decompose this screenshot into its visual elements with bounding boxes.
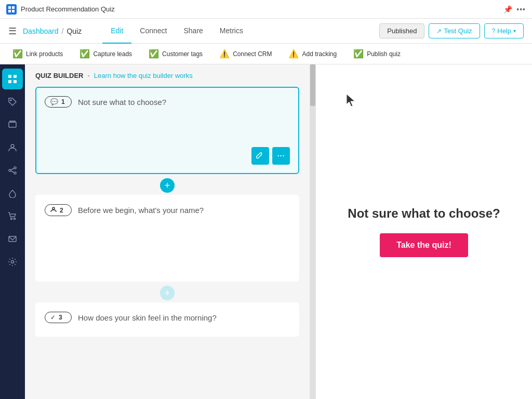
sidebar-item-drop[interactable] (2, 183, 23, 204)
status-customer-tags[interactable]: ✅ Customer tags (149, 49, 203, 59)
nav-tabs: Edit Connect Share Metrics (102, 19, 251, 44)
nav-actions: Published ↗ Test Quiz ? Help ▾ (379, 23, 524, 38)
sidebar-item-mail[interactable] (2, 229, 23, 249)
breadcrumb-quiz: Quiz (66, 27, 82, 35)
sidebar-item-grid[interactable] (2, 69, 23, 89)
breadcrumb-dashboard[interactable]: Dashboard (23, 27, 59, 35)
add-question-button-1[interactable]: + (160, 178, 175, 193)
published-button[interactable]: Published (379, 23, 424, 38)
cursor-icon (344, 93, 357, 110)
test-quiz-button[interactable]: ↗ Test Quiz (429, 23, 480, 38)
sidebar-item-share[interactable] (2, 160, 23, 181)
more-button[interactable]: ••• (516, 5, 526, 14)
quiz-builder-title: QUIZ BUILDER (35, 72, 83, 79)
svg-point-13 (9, 169, 11, 171)
question-actions-1: ··· (45, 147, 290, 165)
preview-panel: Not sure what to choose? Take the quiz! (316, 64, 532, 399)
scroll-strip[interactable] (310, 64, 316, 399)
preview-content: Not sure what to choose? Take the quiz! (327, 185, 521, 278)
help-button[interactable]: ? Help ▾ (484, 23, 524, 38)
wrench-button[interactable] (251, 147, 269, 165)
external-link-icon: ↗ (436, 28, 442, 35)
tab-share[interactable]: Share (175, 19, 211, 44)
check-icon: ✅ (149, 49, 159, 59)
question-text-2: Before we begin, what's your name? (78, 206, 204, 215)
svg-rect-0 (8, 6, 11, 9)
question-text-1: Not sure what to choose? (78, 98, 166, 107)
sidebar-item-tag[interactable] (2, 91, 23, 112)
question-card-3[interactable]: ✓ 3 How does your skin feel in the morni… (35, 302, 299, 337)
svg-rect-2 (8, 10, 11, 12)
question-badge-2: 2 (45, 204, 72, 216)
status-publish-quiz[interactable]: ✅ Publish quiz (353, 49, 401, 59)
sidebar-item-cart[interactable] (2, 206, 23, 227)
svg-rect-5 (14, 75, 17, 78)
check-icon: ✅ (353, 49, 364, 59)
svg-rect-1 (12, 6, 15, 9)
question-card-2[interactable]: 2 Before we begin, what's your name? (35, 195, 299, 282)
nav-bar: ☰ Dashboard / Quiz Edit Connect Share Me… (0, 19, 532, 44)
sidebar-item-gear[interactable] (2, 251, 23, 272)
pin-icon[interactable]: 📌 (503, 5, 512, 14)
svg-point-20 (11, 261, 14, 263)
svg-point-14 (14, 172, 16, 174)
svg-point-18 (14, 218, 16, 220)
svg-point-21 (52, 207, 55, 209)
scroll-thumb (310, 64, 315, 106)
more-options-button[interactable]: ··· (272, 147, 290, 165)
svg-line-15 (11, 168, 14, 170)
question-header-2: 2 Before we begin, what's your name? (45, 204, 290, 216)
status-add-tracking[interactable]: ⚠️ Add tracking (288, 49, 337, 59)
quiz-builder-header: QUIZ BUILDER - Learn how the quiz builde… (25, 64, 310, 87)
quiz-builder-help-link[interactable]: Learn how the quiz builder works (94, 72, 193, 79)
question-badge-3: ✓ 3 (45, 312, 72, 323)
sidebar-item-layers[interactable] (2, 114, 23, 135)
chat-icon: 💬 (50, 98, 58, 105)
check-icon: ✓ (50, 314, 56, 321)
status-link-products[interactable]: ✅ Link products (12, 49, 63, 59)
quiz-builder-panel: QUIZ BUILDER - Learn how the quiz builde… (25, 64, 310, 399)
preview-title: Not sure what to choose? (348, 206, 500, 221)
check-icon: ✅ (12, 49, 23, 59)
add-between-1-2: + (35, 178, 299, 193)
help-icon: ? (492, 28, 496, 35)
svg-point-12 (14, 167, 16, 169)
status-bar: ✅ Link products ✅ Capture leads ✅ Custom… (0, 44, 532, 64)
svg-rect-4 (8, 75, 11, 78)
tab-metrics[interactable]: Metrics (211, 19, 251, 44)
svg-rect-3 (12, 10, 15, 12)
tab-edit[interactable]: Edit (102, 19, 131, 44)
quiz-panel-scroll[interactable]: 💬 1 Not sure what to choose? (25, 87, 310, 399)
app-title: Product Recommendation Quiz (21, 5, 115, 13)
tab-connect[interactable]: Connect (131, 19, 175, 44)
question-card-1[interactable]: 💬 1 Not sure what to choose? (35, 87, 299, 174)
svg-point-11 (11, 144, 14, 148)
svg-rect-6 (8, 80, 11, 83)
breadcrumb: Dashboard / Quiz (23, 27, 82, 35)
status-connect-crm[interactable]: ⚠️ Connect CRM (219, 49, 272, 59)
main-layout: QUIZ BUILDER - Learn how the quiz builde… (0, 64, 532, 399)
svg-line-16 (11, 171, 14, 172)
chevron-down-icon: ▾ (513, 28, 516, 34)
menu-icon[interactable]: ☰ (8, 25, 17, 37)
breadcrumb-separator: / (62, 27, 64, 35)
question-header-3: ✓ 3 How does your skin feel in the morni… (45, 312, 290, 323)
status-capture-leads[interactable]: ✅ Capture leads (79, 49, 132, 59)
svg-point-8 (10, 100, 11, 101)
warning-icon: ⚠️ (288, 49, 299, 59)
svg-rect-9 (9, 122, 16, 127)
svg-point-17 (11, 218, 12, 220)
take-quiz-button[interactable]: Take the quiz! (380, 233, 468, 257)
title-bar: Product Recommendation Quiz 📌 ••• (0, 0, 532, 19)
warning-icon: ⚠️ (219, 49, 230, 59)
question-text-3: How does your skin feel in the morning? (78, 313, 217, 322)
add-question-button-2[interactable]: + (160, 286, 175, 300)
add-between-2-3: + (35, 286, 299, 300)
svg-rect-10 (10, 121, 15, 122)
app-icon (6, 4, 17, 15)
svg-rect-7 (14, 80, 17, 83)
user-icon (50, 206, 57, 214)
question-header-1: 💬 1 Not sure what to choose? (45, 96, 290, 108)
sidebar-item-user[interactable] (2, 137, 23, 158)
content-area: QUIZ BUILDER - Learn how the quiz builde… (25, 64, 532, 399)
